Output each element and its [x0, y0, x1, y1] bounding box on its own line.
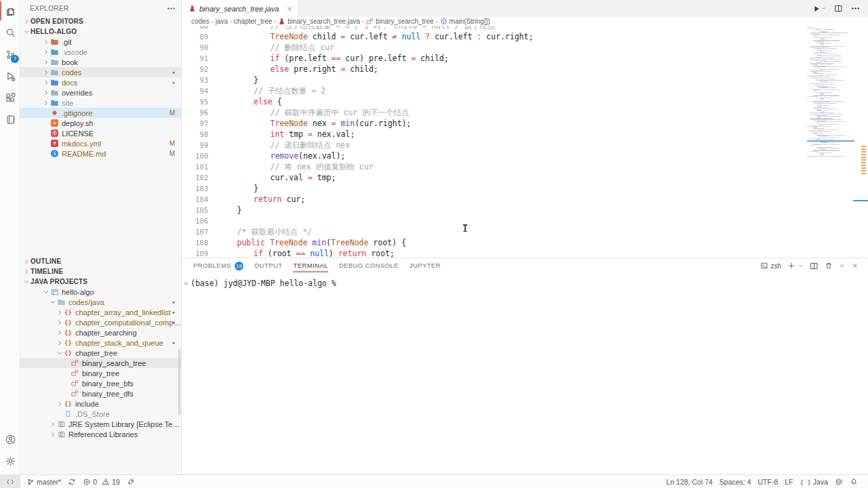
tree-item-chapter-tree[interactable]: {}chapter_tree — [20, 348, 181, 358]
section-hello-algo[interactable]: HELLO-ALGO — [20, 26, 181, 37]
breadcrumb-item[interactable]: main(String[]) — [440, 18, 490, 25]
activity-bar-run-and-debug[interactable] — [0, 65, 20, 87]
activity-bar-notebook[interactable] — [0, 108, 20, 130]
status-git-branch[interactable]: master* — [23, 475, 64, 488]
status-problems-summary[interactable]: 019 — [79, 475, 123, 488]
git-file-icon — [50, 108, 59, 117]
maximize-panel-icon[interactable] — [839, 262, 846, 269]
status-language-mode[interactable]: { }Java — [797, 475, 831, 488]
tree-item-codes[interactable]: codes● — [20, 67, 181, 77]
activity-bar-settings[interactable] — [0, 450, 20, 472]
folder-git-icon — [50, 37, 59, 46]
code-line-104: 104return cur; — [182, 194, 807, 205]
activity-bar-search[interactable] — [0, 22, 20, 43]
breadcrumb-separator: › — [212, 18, 214, 25]
tree-item-license[interactable]: ©LICENSE — [20, 128, 181, 138]
run-java-button[interactable] — [812, 5, 826, 13]
breadcrumb-item[interactable]: chapter_tree — [234, 18, 272, 25]
terminal-prompt-line: (base) jyd@JYD-MBP hello-algo % — [184, 279, 868, 288]
tree-item-site[interactable]: site — [20, 98, 181, 108]
branch-icon — [26, 478, 35, 486]
tree-item-binary-tree-bfs[interactable]: binary_tree_bfs — [20, 378, 181, 388]
sidebar-scrollbar[interactable] — [178, 349, 180, 415]
panel-tab-debug-console[interactable]: DEBUG CONSOLE — [339, 258, 399, 273]
status-encoding[interactable]: UTF-8 — [755, 475, 782, 488]
close-panel-icon[interactable] — [852, 262, 859, 269]
tree-item-readme-md[interactable]: iREADME.mdM — [20, 148, 181, 159]
activity-bar-source-control[interactable]: 7 — [0, 43, 20, 65]
folder-icon — [50, 58, 59, 66]
chevron-right-icon — [42, 89, 50, 97]
tree-item-gitignore[interactable]: .gitignoreM — [20, 108, 181, 118]
braces-icon: {} — [64, 338, 73, 347]
modified-dot-badge: ● — [172, 340, 175, 345]
section-outline[interactable]: OUTLINE — [20, 256, 181, 266]
status-java-server-mode[interactable] — [123, 475, 138, 488]
modified-dot-badge: ● — [172, 310, 175, 314]
tree-item-binary-tree[interactable]: binary_tree — [20, 368, 181, 378]
tree-item-chapter-array-and-linkedlist[interactable]: {}chapter_array_and_linkedlist● — [20, 307, 181, 317]
breadcrumb-item[interactable]: binary_search_tree.java — [278, 18, 360, 25]
more-actions-icon[interactable] — [851, 4, 860, 13]
tree-item-book[interactable]: book — [20, 57, 181, 67]
status-eol-sequence[interactable]: LF — [781, 475, 796, 488]
sidebar: EXPLORER OPEN EDITORSHELLO-ALGO.git.vsco… — [20, 0, 182, 474]
tree-item-git[interactable]: .git — [20, 37, 181, 47]
activity-bar-explorer[interactable] — [0, 0, 20, 22]
tree-item-ds-store[interactable]: .DS_Store — [20, 409, 181, 419]
tree-item-mkdocs-yml[interactable]: Ymkdocs.ymlM — [20, 138, 181, 148]
git-modified-badge: M — [170, 150, 175, 157]
panel-tab-problems[interactable]: PROBLEMS19 — [193, 258, 243, 273]
terminal-profile-select[interactable]: zsh — [760, 262, 781, 270]
split-editor-icon[interactable] — [834, 4, 843, 13]
status-notifications[interactable] — [846, 475, 861, 488]
tree-item-referenced-libraries[interactable]: Referenced Libraries — [20, 429, 181, 439]
tree-item-overrides[interactable]: overrides — [20, 87, 181, 98]
tree-item-binary-search-tree[interactable]: binary_search_tree — [20, 358, 181, 368]
kill-terminal-icon[interactable] — [825, 262, 833, 270]
terminal-dropdown-icon[interactable] — [798, 263, 804, 268]
tree-item-codes-java[interactable]: codes/java● — [20, 297, 181, 307]
chevron-right-icon — [42, 99, 50, 107]
terminal[interactable]: (base) jyd@JYD-MBP hello-algo % — [182, 273, 868, 474]
minimap[interactable] — [807, 27, 856, 256]
section-open-editors[interactable]: OPEN EDITORS — [20, 16, 181, 26]
panel-tab-jupyter[interactable]: JUPYTER — [410, 258, 441, 273]
section-timeline[interactable]: TIMELINE — [20, 266, 181, 277]
split-terminal-icon[interactable] — [810, 262, 818, 270]
modified-dot-badge: ● — [172, 70, 175, 75]
breadcrumb-separator: › — [362, 18, 364, 25]
status-feedback[interactable] — [831, 475, 846, 488]
tree-item-docs[interactable]: docs● — [20, 77, 181, 87]
tree-item-vscode[interactable]: .vscode — [20, 47, 181, 57]
status-indentation[interactable]: Spaces: 4 — [716, 475, 755, 488]
tree-item-jre-system-library-eclipse-temurin-17-17[interactable]: JRE System Library [Eclipse Temurin 17 [… — [20, 419, 181, 429]
breadcrumb-item[interactable]: codes — [191, 18, 210, 25]
panel-header: PROBLEMS19OUTPUTTERMINALDEBUG CONSOLEJUP… — [182, 258, 868, 273]
panel-tab-terminal[interactable]: TERMINAL — [293, 258, 328, 273]
notebook-icon — [5, 114, 16, 125]
tree-item-deploy-sh[interactable]: >deploy.sh — [20, 118, 181, 128]
status-sync-changes[interactable] — [64, 475, 79, 488]
panel-tab-output[interactable]: OUTPUT — [254, 258, 282, 273]
close-icon[interactable] — [286, 5, 293, 12]
tree-item-include[interactable]: {}include — [20, 399, 181, 409]
status-cursor-position[interactable]: Ln 128, Col 74 — [663, 475, 716, 488]
activity-bar-accounts[interactable] — [0, 428, 20, 450]
section-java-projects[interactable]: JAVA PROJECTS — [20, 277, 181, 287]
more-actions-icon[interactable] — [167, 4, 176, 13]
tab-binary-search-tree[interactable]: binary_search_tree.java — [182, 0, 299, 17]
new-terminal-button[interactable] — [787, 262, 795, 270]
code-editor[interactable]: 88// 当子结点数量 = 0 / 1 时， child = null / 该子… — [182, 26, 868, 258]
breadcrumb-item[interactable]: java — [216, 18, 228, 25]
tree-item-binary-tree-dfs[interactable]: binary_tree_dfs — [20, 388, 181, 399]
status-remote-indicator[interactable] — [0, 475, 20, 488]
folder-icon — [50, 88, 59, 97]
tree-item-hello-algo[interactable]: hello-algo — [20, 287, 181, 297]
breadcrumb-item[interactable]: binary_search_tree — [366, 18, 434, 25]
tree-item-chapter-stack-and-queue[interactable]: {}chapter_stack_and_queue● — [20, 338, 181, 348]
braces-icon: {} — [64, 308, 73, 317]
tree-item-chapter-searching[interactable]: {}chapter_searching — [20, 327, 181, 338]
tree-item-chapter-computational-complexity[interactable]: {}chapter_computational_complexity● — [20, 317, 181, 327]
activity-bar-extensions[interactable] — [0, 87, 20, 108]
